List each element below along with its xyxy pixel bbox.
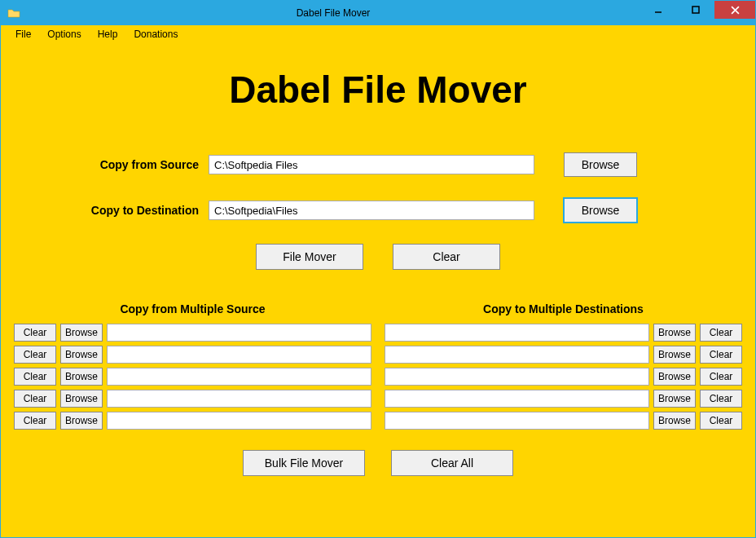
multi-dest-clear-3[interactable]: Clear [700, 390, 742, 408]
maximize-button[interactable] [677, 1, 714, 19]
multi-dest-column: Copy to Multiple Destinations Browse Cle… [385, 302, 742, 434]
multi-dest-browse-0[interactable]: Browse [653, 324, 696, 342]
multi-source-clear-1[interactable]: Clear [14, 346, 56, 364]
action-row: File Mover Clear [9, 244, 747, 270]
multi-source-clear-3[interactable]: Clear [14, 390, 56, 408]
app-icon [7, 7, 20, 20]
destination-row: Copy to Destination Browse [9, 198, 747, 223]
multi-source-clear-0[interactable]: Clear [14, 324, 56, 342]
multi-dest-browse-1[interactable]: Browse [653, 346, 696, 364]
window-title: Dabel File Mover [27, 7, 640, 19]
bulk-file-mover-button[interactable]: Bulk File Mover [243, 450, 365, 476]
multi-dest-clear-2[interactable]: Clear [700, 368, 742, 386]
content-area: Dabel File Mover Copy from Source Browse… [1, 43, 755, 537]
titlebar[interactable]: Dabel File Mover [1, 1, 755, 25]
window-controls [640, 1, 755, 25]
multi-source-clear-2[interactable]: Clear [14, 368, 56, 386]
multi-source-row-0: Clear Browse [14, 324, 371, 342]
menu-file[interactable]: File [7, 27, 39, 42]
close-button[interactable] [714, 1, 755, 19]
multi-dest-browse-3[interactable]: Browse [653, 390, 696, 408]
clear-button[interactable]: Clear [393, 244, 500, 270]
source-input[interactable] [209, 155, 534, 174]
bottom-action-row: Bulk File Mover Clear All [9, 450, 747, 476]
multi-dest-browse-2[interactable]: Browse [653, 368, 696, 386]
menubar: File Options Help Donations [1, 25, 755, 43]
multi-dest-browse-4[interactable]: Browse [653, 412, 696, 430]
source-row: Copy from Source Browse [9, 152, 747, 177]
multi-dest-row-1: Browse Clear [385, 346, 742, 364]
multi-source-input-2[interactable] [107, 368, 371, 386]
multi-source-row-2: Clear Browse [14, 368, 371, 386]
svg-rect-1 [692, 7, 699, 13]
multi-source-row-3: Clear Browse [14, 390, 371, 408]
multi-dest-clear-4[interactable]: Clear [700, 412, 742, 430]
multi-source-header: Copy from Multiple Source [14, 302, 371, 315]
app-window: Dabel File Mover File Options Help Donat… [0, 0, 756, 538]
destination-input[interactable] [209, 201, 534, 220]
menu-donations[interactable]: Donations [125, 27, 186, 42]
clear-all-button[interactable]: Clear All [391, 450, 513, 476]
multi-dest-input-0[interactable] [385, 324, 649, 342]
multi-dest-input-1[interactable] [385, 346, 649, 364]
multi-dest-row-3: Browse Clear [385, 390, 742, 408]
multi-dest-clear-0[interactable]: Clear [700, 324, 742, 342]
multi-source-input-4[interactable] [107, 412, 371, 430]
multi-source-clear-4[interactable]: Clear [14, 412, 56, 430]
multi-source-input-3[interactable] [107, 390, 371, 408]
file-mover-button[interactable]: File Mover [256, 244, 363, 270]
destination-label: Copy to Destination [78, 204, 209, 217]
source-browse-button[interactable]: Browse [564, 152, 637, 177]
multi-source-input-0[interactable] [107, 324, 371, 342]
multi-dest-row-4: Browse Clear [385, 412, 742, 430]
destination-browse-button[interactable]: Browse [564, 198, 637, 223]
multi-source-browse-2[interactable]: Browse [60, 368, 103, 386]
multi-source-browse-0[interactable]: Browse [60, 324, 103, 342]
multi-source-browse-1[interactable]: Browse [60, 346, 103, 364]
menu-help[interactable]: Help [90, 27, 126, 42]
multi-source-browse-4[interactable]: Browse [60, 412, 103, 430]
source-label: Copy from Source [78, 158, 209, 171]
multi-source-row-4: Clear Browse [14, 412, 371, 430]
multi-section: Copy from Multiple Source Clear Browse C… [9, 302, 747, 434]
multi-dest-row-2: Browse Clear [385, 368, 742, 386]
page-title: Dabel File Mover [9, 68, 747, 112]
multi-dest-header: Copy to Multiple Destinations [385, 302, 742, 315]
multi-source-input-1[interactable] [107, 346, 371, 364]
multi-dest-input-4[interactable] [385, 412, 649, 430]
multi-source-column: Copy from Multiple Source Clear Browse C… [14, 302, 371, 434]
multi-dest-clear-1[interactable]: Clear [700, 346, 742, 364]
multi-source-browse-3[interactable]: Browse [60, 390, 103, 408]
multi-dest-row-0: Browse Clear [385, 324, 742, 342]
multi-dest-input-3[interactable] [385, 390, 649, 408]
minimize-button[interactable] [640, 1, 677, 19]
multi-dest-input-2[interactable] [385, 368, 649, 386]
multi-source-row-1: Clear Browse [14, 346, 371, 364]
menu-options[interactable]: Options [39, 27, 89, 42]
